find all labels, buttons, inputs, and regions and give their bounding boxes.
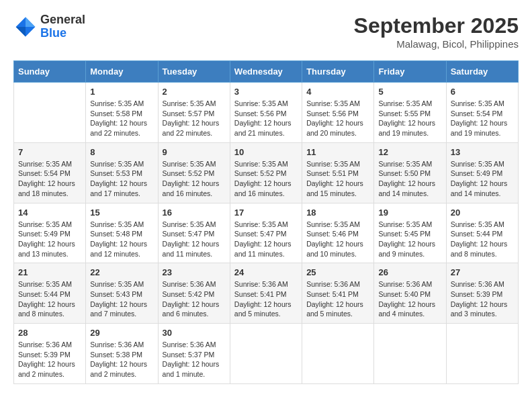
day-info: Sunrise: 5:35 AMSunset: 5:51 PMDaylight:… bbox=[306, 159, 369, 199]
day-info: Sunrise: 5:35 AMSunset: 5:47 PMDaylight:… bbox=[163, 220, 226, 259]
day-cell bbox=[446, 324, 518, 384]
day-cell: 25Sunrise: 5:36 AMSunset: 5:41 PMDayligh… bbox=[302, 263, 374, 324]
day-number: 1 bbox=[90, 87, 153, 97]
day-number: 9 bbox=[163, 147, 226, 157]
day-info: Sunrise: 5:35 AMSunset: 5:56 PMDaylight:… bbox=[234, 99, 298, 138]
day-cell: 8Sunrise: 5:35 AMSunset: 5:53 PMDaylight… bbox=[86, 142, 158, 203]
day-cell: 22Sunrise: 5:35 AMSunset: 5:43 PMDayligh… bbox=[86, 263, 158, 324]
logo-text: General Blue bbox=[40, 13, 85, 40]
day-info: Sunrise: 5:35 AMSunset: 5:49 PMDaylight:… bbox=[18, 220, 81, 259]
day-cell: 1Sunrise: 5:35 AMSunset: 5:58 PMDaylight… bbox=[86, 83, 158, 143]
day-number: 14 bbox=[18, 208, 81, 218]
day-cell: 30Sunrise: 5:36 AMSunset: 5:37 PMDayligh… bbox=[158, 324, 230, 384]
day-cell: 6Sunrise: 5:35 AMSunset: 5:54 PMDaylight… bbox=[446, 83, 518, 143]
header-cell-wednesday: Wednesday bbox=[230, 61, 302, 83]
day-info: Sunrise: 5:36 AMSunset: 5:42 PMDaylight:… bbox=[163, 279, 226, 319]
day-info: Sunrise: 5:35 AMSunset: 5:50 PMDaylight:… bbox=[378, 159, 441, 199]
logo-icon bbox=[13, 15, 38, 39]
day-info: Sunrise: 5:35 AMSunset: 5:52 PMDaylight:… bbox=[163, 159, 226, 199]
day-info: Sunrise: 5:36 AMSunset: 5:41 PMDaylight:… bbox=[306, 279, 369, 319]
day-number: 6 bbox=[451, 87, 514, 97]
day-number: 12 bbox=[378, 147, 441, 157]
day-cell: 27Sunrise: 5:36 AMSunset: 5:39 PMDayligh… bbox=[446, 263, 518, 324]
day-cell: 2Sunrise: 5:35 AMSunset: 5:57 PMDaylight… bbox=[158, 83, 230, 143]
day-cell: 3Sunrise: 5:35 AMSunset: 5:56 PMDaylight… bbox=[230, 83, 302, 143]
day-info: Sunrise: 5:35 AMSunset: 5:43 PMDaylight:… bbox=[90, 279, 153, 319]
day-cell bbox=[374, 324, 446, 384]
location: Malawag, Bicol, Philippines bbox=[354, 38, 519, 50]
day-number: 7 bbox=[18, 147, 81, 157]
day-cell: 12Sunrise: 5:35 AMSunset: 5:50 PMDayligh… bbox=[374, 142, 446, 203]
day-cell bbox=[302, 324, 374, 384]
day-cell: 10Sunrise: 5:35 AMSunset: 5:52 PMDayligh… bbox=[230, 142, 302, 203]
day-info: Sunrise: 5:35 AMSunset: 5:46 PMDaylight:… bbox=[306, 220, 369, 259]
day-number: 23 bbox=[163, 267, 226, 277]
week-row-4: 21Sunrise: 5:35 AMSunset: 5:44 PMDayligh… bbox=[14, 263, 519, 324]
week-row-2: 7Sunrise: 5:35 AMSunset: 5:54 PMDaylight… bbox=[14, 142, 519, 203]
day-number: 30 bbox=[163, 328, 226, 338]
day-info: Sunrise: 5:36 AMSunset: 5:39 PMDaylight:… bbox=[18, 340, 81, 379]
day-info: Sunrise: 5:35 AMSunset: 5:54 PMDaylight:… bbox=[451, 99, 514, 138]
day-number: 20 bbox=[451, 208, 514, 218]
day-cell bbox=[14, 83, 86, 143]
day-info: Sunrise: 5:36 AMSunset: 5:38 PMDaylight:… bbox=[90, 340, 153, 379]
day-info: Sunrise: 5:35 AMSunset: 5:54 PMDaylight:… bbox=[18, 159, 81, 199]
day-cell: 24Sunrise: 5:36 AMSunset: 5:41 PMDayligh… bbox=[230, 263, 302, 324]
day-number: 27 bbox=[451, 267, 514, 277]
day-info: Sunrise: 5:35 AMSunset: 5:44 PMDaylight:… bbox=[18, 279, 81, 319]
day-number: 25 bbox=[306, 267, 369, 277]
day-info: Sunrise: 5:36 AMSunset: 5:37 PMDaylight:… bbox=[163, 340, 226, 379]
calendar-table: SundayMondayTuesdayWednesdayThursdayFrid… bbox=[13, 60, 519, 384]
header-cell-friday: Friday bbox=[374, 61, 446, 83]
day-cell: 11Sunrise: 5:35 AMSunset: 5:51 PMDayligh… bbox=[302, 142, 374, 203]
day-number: 29 bbox=[90, 328, 153, 338]
day-info: Sunrise: 5:35 AMSunset: 5:48 PMDaylight:… bbox=[90, 220, 153, 259]
day-info: Sunrise: 5:35 AMSunset: 5:47 PMDaylight:… bbox=[234, 220, 298, 259]
day-cell: 9Sunrise: 5:35 AMSunset: 5:52 PMDaylight… bbox=[158, 142, 230, 203]
day-cell: 29Sunrise: 5:36 AMSunset: 5:38 PMDayligh… bbox=[86, 324, 158, 384]
month-title: September 2025 bbox=[354, 13, 519, 38]
day-cell: 7Sunrise: 5:35 AMSunset: 5:54 PMDaylight… bbox=[14, 142, 86, 203]
day-number: 18 bbox=[306, 208, 369, 218]
day-cell: 15Sunrise: 5:35 AMSunset: 5:48 PMDayligh… bbox=[86, 203, 158, 263]
day-number: 5 bbox=[378, 87, 441, 97]
day-number: 4 bbox=[306, 87, 369, 97]
day-number: 19 bbox=[378, 208, 441, 218]
week-row-5: 28Sunrise: 5:36 AMSunset: 5:39 PMDayligh… bbox=[14, 324, 519, 384]
week-row-1: 1Sunrise: 5:35 AMSunset: 5:58 PMDaylight… bbox=[14, 83, 519, 143]
day-cell: 13Sunrise: 5:35 AMSunset: 5:49 PMDayligh… bbox=[446, 142, 518, 203]
day-cell: 5Sunrise: 5:35 AMSunset: 5:55 PMDaylight… bbox=[374, 83, 446, 143]
day-cell: 17Sunrise: 5:35 AMSunset: 5:47 PMDayligh… bbox=[230, 203, 302, 263]
day-cell bbox=[230, 324, 302, 384]
day-cell: 23Sunrise: 5:36 AMSunset: 5:42 PMDayligh… bbox=[158, 263, 230, 324]
day-info: Sunrise: 5:36 AMSunset: 5:39 PMDaylight:… bbox=[451, 279, 514, 319]
header-cell-sunday: Sunday bbox=[14, 61, 86, 83]
day-info: Sunrise: 5:35 AMSunset: 5:56 PMDaylight:… bbox=[306, 99, 369, 138]
day-number: 26 bbox=[378, 267, 441, 277]
day-number: 8 bbox=[90, 147, 153, 157]
day-number: 17 bbox=[234, 208, 298, 218]
day-cell: 14Sunrise: 5:35 AMSunset: 5:49 PMDayligh… bbox=[14, 203, 86, 263]
calendar-header: SundayMondayTuesdayWednesdayThursdayFrid… bbox=[14, 61, 519, 83]
header: General Blue September 2025 Malawag, Bic… bbox=[13, 13, 519, 50]
day-info: Sunrise: 5:35 AMSunset: 5:52 PMDaylight:… bbox=[234, 159, 298, 199]
day-cell: 18Sunrise: 5:35 AMSunset: 5:46 PMDayligh… bbox=[302, 203, 374, 263]
header-cell-saturday: Saturday bbox=[446, 61, 518, 83]
day-cell: 28Sunrise: 5:36 AMSunset: 5:39 PMDayligh… bbox=[14, 324, 86, 384]
day-number: 13 bbox=[451, 147, 514, 157]
day-info: Sunrise: 5:35 AMSunset: 5:58 PMDaylight:… bbox=[90, 99, 153, 138]
logo-general: General bbox=[40, 13, 85, 27]
day-number: 11 bbox=[306, 147, 369, 157]
day-cell: 20Sunrise: 5:35 AMSunset: 5:44 PMDayligh… bbox=[446, 203, 518, 263]
day-number: 15 bbox=[90, 208, 153, 218]
logo: General Blue bbox=[13, 13, 85, 40]
day-info: Sunrise: 5:35 AMSunset: 5:57 PMDaylight:… bbox=[163, 99, 226, 138]
day-number: 16 bbox=[163, 208, 226, 218]
day-cell: 26Sunrise: 5:36 AMSunset: 5:40 PMDayligh… bbox=[374, 263, 446, 324]
day-info: Sunrise: 5:35 AMSunset: 5:53 PMDaylight:… bbox=[90, 159, 153, 199]
day-info: Sunrise: 5:35 AMSunset: 5:55 PMDaylight:… bbox=[378, 99, 441, 138]
day-info: Sunrise: 5:35 AMSunset: 5:45 PMDaylight:… bbox=[378, 220, 441, 259]
svg-marker-2 bbox=[16, 27, 26, 36]
header-cell-thursday: Thursday bbox=[302, 61, 374, 83]
day-cell: 16Sunrise: 5:35 AMSunset: 5:47 PMDayligh… bbox=[158, 203, 230, 263]
